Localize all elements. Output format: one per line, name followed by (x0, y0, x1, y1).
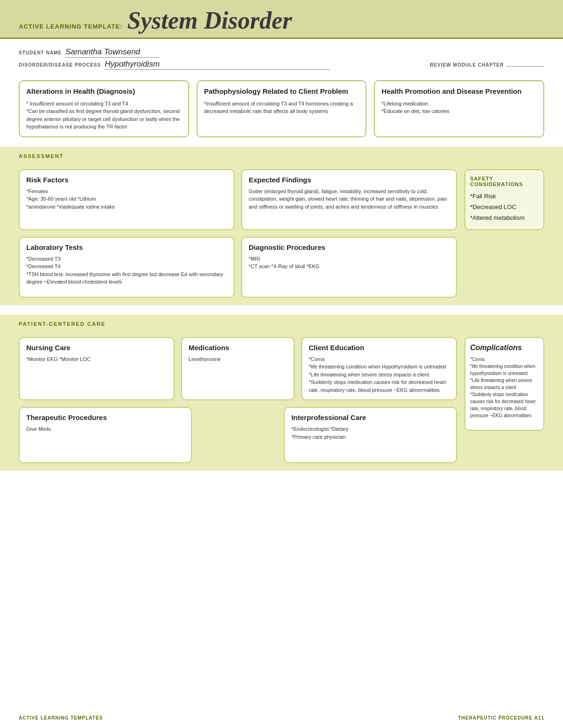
medications-box: Medications Levothyroxine (181, 337, 295, 401)
patient-row1: Nursing Care *Monitor EKG *Monitor LOC M… (19, 337, 457, 401)
assessment-label: ASSESSMENT (19, 153, 544, 159)
risk-factors-content: *Females *Age: 30-60 years old *Lithium … (26, 188, 227, 211)
patient-layout: Nursing Care *Monitor EKG *Monitor LOC M… (19, 337, 544, 464)
disorder-label: DISORDER/DISEASE PROCESS (19, 62, 101, 68)
risk-factors-title: Risk Factors (26, 176, 227, 184)
assessment-row1: Risk Factors *Females *Age: 30-60 years … (19, 169, 457, 230)
diagnostic-procedures-title: Diagnostic Procedures (249, 243, 449, 251)
patient-sidebar: Complications *Coma *life threatening co… (464, 337, 544, 464)
pathophysiology-box: Pathophysiology Related to Client Proble… (197, 80, 367, 137)
safety-title: SAFETY CONSIDERATIONS (470, 176, 539, 187)
review-module: REVIEW MODULE CHAPTER (430, 62, 544, 68)
medications-title: Medications (189, 344, 287, 352)
disorder-value: Hypothyroidism (105, 60, 330, 70)
interprofessional-care-title: Interprofessional Care (291, 413, 449, 421)
spacer (198, 407, 277, 463)
patient-section-bg: PATIENT-CENTERED CARE Nursing Care *Moni… (0, 315, 563, 471)
student-name-value: Samantha Townsend (65, 47, 159, 58)
footer-left: ACTIVE LEARNING TEMPLATES (19, 715, 103, 720)
therapeutic-procedures-box: Therapeutic Procedures Give Meds (19, 407, 192, 463)
patient-row2: Therapeutic Procedures Give Meds Interpr… (19, 407, 457, 463)
therapeutic-procedures-title: Therapeutic Procedures (26, 413, 184, 421)
pathophysiology-content: *Insufficient amount of circulating T3 a… (204, 100, 359, 115)
health-promotion-title: Health Promotion and Disease Prevention (381, 87, 537, 96)
safety-content: *Fall Risk *Decreased LOC *Altered metab… (470, 191, 539, 224)
client-education-title: Client Education (309, 344, 449, 352)
assessment-section: ASSESSMENT Risk Factors *Females *Age: 3… (19, 153, 544, 298)
assessment-main: Risk Factors *Females *Age: 30-60 years … (19, 169, 457, 298)
assessment-sidebar: SAFETY CONSIDERATIONS *Fall Risk *Decrea… (464, 169, 544, 298)
laboratory-tests-title: Laboratory Tests (26, 243, 227, 251)
medications-content: Levothyroxine (189, 355, 287, 363)
nursing-care-content: *Monitor EKG *Monitor LOC (26, 355, 167, 363)
patient-section: PATIENT-CENTERED CARE Nursing Care *Moni… (19, 321, 544, 464)
assessment-section-bg: ASSESSMENT Risk Factors *Females *Age: 3… (0, 147, 563, 305)
safety-box: SAFETY CONSIDERATIONS *Fall Risk *Decrea… (464, 169, 544, 230)
pathophysiology-title: Pathophysiology Related to Client Proble… (204, 87, 359, 96)
expected-findings-content: Goiter (enlarged thyroid gland), fatigue… (249, 188, 449, 211)
disorder-row: DISORDER/DISEASE PROCESS Hypothyroidism … (19, 60, 544, 70)
interprofessional-care-box: Interprofessional Care *Endocrinologist … (284, 407, 457, 463)
student-info: STUDENT NAME Samantha Townsend DISORDER/… (19, 47, 544, 70)
risk-factors-box: Risk Factors *Females *Age: 30-60 years … (19, 169, 235, 230)
review-module-value (507, 66, 544, 67)
complications-title: Complications (470, 344, 539, 352)
alterations-title: Alterations in Health (Diagnosis) (26, 87, 182, 96)
interprofessional-care-content: *Endocrinologist *Dietary *Primary care … (291, 425, 449, 441)
student-name-label: STUDENT NAME (19, 50, 61, 55)
health-promotion-content: *Lifelong medication *Educate on diet, l… (381, 100, 537, 115)
laboratory-tests-content: *Decreased T3 *Decreased T4 *TSH blood t… (26, 255, 227, 286)
expected-findings-box: Expected Findings Goiter (enlarged thyro… (241, 169, 457, 230)
health-promotion-box: Health Promotion and Disease Prevention … (374, 80, 544, 137)
header-title: System Disorder (127, 8, 292, 33)
therapeutic-procedures-content: Give Meds (26, 425, 184, 433)
top-section: Alterations in Health (Diagnosis) * Insu… (19, 80, 544, 137)
footer: ACTIVE LEARNING TEMPLATES THERAPEUTIC PR… (19, 715, 544, 720)
patient-main: Nursing Care *Monitor EKG *Monitor LOC M… (19, 337, 457, 464)
client-education-content: *Coma *life threatening condition when H… (309, 355, 449, 394)
nursing-care-title: Nursing Care (26, 344, 167, 352)
alterations-box: Alterations in Health (Diagnosis) * Insu… (19, 80, 189, 137)
assessment-layout: Risk Factors *Females *Age: 30-60 years … (19, 169, 544, 298)
alterations-content: * Insufficient amount of circulating T3 … (26, 100, 182, 131)
nursing-care-box: Nursing Care *Monitor EKG *Monitor LOC (19, 337, 175, 401)
complications-box: Complications *Coma *life threatening co… (464, 337, 544, 431)
laboratory-tests-box: Laboratory Tests *Decreased T3 *Decrease… (19, 237, 235, 298)
review-module-label: REVIEW MODULE CHAPTER (430, 62, 504, 68)
footer-right: THERAPEUTIC PROCEDURE A11 (458, 715, 544, 720)
client-education-box: Client Education *Coma *life threatening… (301, 337, 457, 401)
complications-content: *Coma *life threatening condition when h… (470, 356, 539, 419)
expected-findings-title: Expected Findings (249, 176, 449, 184)
diagnostic-procedures-content: *MRI *CT scan *X-Ray of skull *EKG (249, 255, 449, 270)
assessment-row2: Laboratory Tests *Decreased T3 *Decrease… (19, 237, 457, 298)
student-name-row: STUDENT NAME Samantha Townsend (19, 47, 544, 58)
header: ACTIVE LEARNING TEMPLATE: System Disorde… (0, 0, 563, 39)
patient-label: PATIENT-CENTERED CARE (19, 321, 544, 327)
diagnostic-procedures-box: Diagnostic Procedures *MRI *CT scan *X-R… (241, 237, 457, 298)
header-prefix: ACTIVE LEARNING TEMPLATE: (19, 23, 122, 30)
